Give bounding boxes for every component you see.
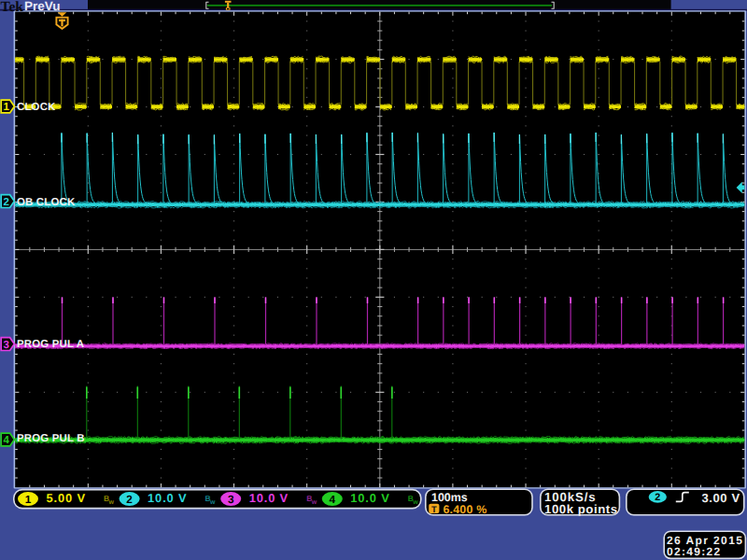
svg-text:100k points: 100k points (544, 502, 618, 516)
svg-text:10.0 V: 10.0 V (350, 491, 389, 505)
svg-text:10.0 V: 10.0 V (148, 491, 187, 505)
svg-text:PreVu: PreVu (24, 0, 61, 13)
svg-text:T: T (431, 505, 437, 515)
svg-text:3.00 V: 3.00 V (702, 491, 740, 505)
svg-text:10.0 V: 10.0 V (249, 491, 289, 505)
svg-text:3: 3 (3, 340, 8, 351)
svg-text:1: 1 (25, 493, 32, 506)
svg-text:PROG PUL A: PROG PUL A (17, 339, 84, 350)
svg-text:2: 2 (655, 492, 660, 503)
svg-text:w: w (412, 499, 418, 506)
svg-text:2: 2 (126, 493, 133, 506)
svg-text:6.400 %: 6.400 % (444, 503, 487, 516)
svg-text:2: 2 (3, 197, 8, 208)
svg-text:5.00 V: 5.00 V (47, 491, 86, 505)
svg-text:4: 4 (330, 493, 336, 506)
svg-text:4: 4 (3, 435, 9, 446)
svg-text:1: 1 (3, 102, 9, 113)
svg-text:w: w (311, 499, 317, 506)
svg-text:3: 3 (228, 493, 234, 506)
svg-text:OB CLOCK: OB CLOCK (17, 197, 76, 208)
svg-text:w: w (209, 499, 216, 506)
svg-text:Tek: Tek (1, 0, 24, 15)
svg-text:CLOCK: CLOCK (17, 102, 56, 113)
svg-text:PROG PUL B: PROG PUL B (17, 433, 85, 444)
svg-text:02:49:22: 02:49:22 (667, 545, 721, 558)
svg-text:w: w (108, 499, 115, 506)
